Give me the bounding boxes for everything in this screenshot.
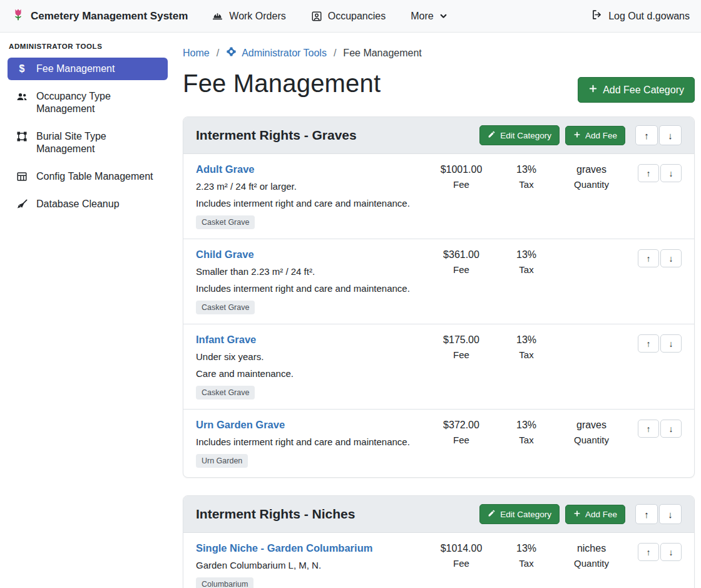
tax-value: 13% [496,249,556,260]
fee-amount-col: $1014.00 Fee [426,542,496,569]
add-fee-category-button[interactable]: Add Fee Category [578,77,695,103]
fee-reorder-group: ↑ ↓ [638,334,682,353]
category-move-up-button[interactable]: ↑ [635,125,658,145]
fee-title-link[interactable]: Infant Grave [196,334,256,346]
app-brand[interactable]: Cemetery Management System [11,8,188,24]
fee-description: Care and maintenance. [196,367,420,381]
fee-description: Smaller than 2.23 m² / 24 ft². [196,265,420,279]
tax-col: 13% Tax [496,334,556,360]
quantity-value: graves [556,420,627,431]
quantity-col: niches Quantity [556,542,627,569]
move-down-button[interactable]: ↓ [660,420,682,438]
add-fee-button[interactable]: Add Fee [565,505,625,524]
table-icon [15,171,29,182]
category-reorder-group: ↑ ↓ [635,125,682,145]
nav-item-occupancies[interactable]: Occupancies [311,11,386,22]
quantity-col [556,249,627,253]
add-fee-label: Add Fee [585,131,617,140]
fee-label: Fee [426,179,496,190]
fee-info: Child Grave Smaller than 2.23 m² / 24 ft… [196,249,426,314]
fee-amount: $372.00 [426,420,496,431]
nav-item-more[interactable]: More [411,11,447,22]
breadcrumb-home-link[interactable]: Home [183,48,210,59]
move-up-button[interactable]: ↑ [638,249,659,267]
category-move-up-button[interactable]: ↑ [635,504,658,524]
fee-amount-col: $372.00 Fee [426,419,496,445]
tax-label: Tax [496,179,556,190]
sidebar-item-label: Burial Site Type Management [36,130,160,155]
sidebar-item-occupancy-type-management[interactable]: Occupancy Type Management [8,85,168,120]
sidebar-item-database-cleanup[interactable]: Database Cleanup [8,193,168,215]
sidebar-item-fee-management[interactable]: $ Fee Management [8,58,168,80]
arrow-up-icon: ↑ [647,169,651,178]
fee-description: Includes interment right and care and ma… [196,282,420,296]
nav-label: More [411,11,433,22]
nav-item-work-orders[interactable]: Work Orders [212,10,285,22]
breadcrumb-current: Fee Management [343,48,421,59]
fee-title-link[interactable]: Child Grave [196,249,254,260]
quantity-value: graves [556,164,627,175]
fee-type-badge: Casket Grave [196,215,255,229]
fee-type-badge: Columbarium [196,577,253,588]
edit-category-button[interactable]: Edit Category [479,504,560,524]
arrow-down-icon: ↓ [669,425,673,433]
nav-links: Work Orders Occupancies More [212,10,447,22]
sidebar-item-label: Occupancy Type Management [36,90,160,115]
move-up-button[interactable]: ↑ [638,420,659,438]
sidebar-item-burial-site-type-management[interactable]: Burial Site Type Management [8,125,168,160]
edit-category-button[interactable]: Edit Category [479,125,560,145]
tax-value: 13% [496,334,556,346]
fee-info: Infant Grave Under six years. Care and m… [196,334,426,400]
sidebar-item-label: Fee Management [36,63,115,75]
arrow-up-icon: ↑ [647,254,651,263]
move-down-button[interactable]: ↓ [660,164,682,182]
tax-value: 13% [496,420,556,431]
quantity-label: Quantity [556,179,627,190]
arrow-up-icon: ↑ [647,425,651,433]
add-fee-button[interactable]: Add Fee [565,126,625,145]
move-down-button[interactable]: ↓ [660,249,682,267]
logout-label: Log Out d.gowans [608,11,690,22]
sidebar-item-config-table-management[interactable]: Config Table Management [8,165,168,188]
logout-icon [591,9,603,23]
tax-col: 13% Tax [496,419,556,445]
fee-title-link[interactable]: Adult Grave [196,163,255,175]
fee-row: Urn Garden Grave Includes interment righ… [183,409,694,477]
plus-icon [588,84,598,96]
fee-description: Under six years. [196,350,420,364]
move-up-button[interactable]: ↑ [638,334,659,353]
fee-info: Adult Grave 2.23 m² / 24 ft² or larger. … [196,163,426,229]
dollar-icon: $ [15,63,29,75]
tax-col: 13% Tax [496,163,556,190]
quantity-col: graves Quantity [556,163,627,190]
tax-label: Tax [496,435,556,445]
page-title: Fee Management [183,70,381,98]
tulip-logo-icon [11,8,25,24]
category-title: Interment Rights - Graves [196,128,474,143]
logout-button[interactable]: Log Out d.gowans [591,9,690,23]
brand-title: Cemetery Management System [31,10,188,23]
fee-type-badge: Casket Grave [196,386,255,400]
fee-amount: $175.00 [426,334,496,346]
breadcrumb-admin-tools-link[interactable]: Administrator Tools [226,46,327,59]
move-up-button[interactable]: ↑ [638,543,659,561]
category-move-down-button[interactable]: ↓ [659,504,682,524]
fee-type-badge: Casket Grave [196,301,255,314]
category-move-down-button[interactable]: ↓ [659,125,682,145]
chevron-down-icon [439,12,448,20]
fee-amount: $361.00 [426,249,496,260]
tax-col: 13% Tax [496,542,556,569]
breadcrumb: Home / Administrator Tools / Fee Managem… [183,46,695,59]
tax-value: 13% [496,164,556,175]
arrow-up-icon: ↑ [647,339,651,348]
edit-category-label: Edit Category [500,510,551,519]
fee-title-link[interactable]: Single Niche - Garden Columbarium [196,542,372,554]
arrow-down-icon: ↓ [669,339,673,348]
move-down-button[interactable]: ↓ [660,543,682,561]
arrow-up-icon: ↑ [644,131,649,140]
move-down-button[interactable]: ↓ [660,334,682,353]
fee-amount-col: $1001.00 Fee [426,163,496,190]
sidebar-item-label: Database Cleanup [36,198,120,210]
move-up-button[interactable]: ↑ [638,164,659,182]
fee-title-link[interactable]: Urn Garden Grave [196,419,285,431]
